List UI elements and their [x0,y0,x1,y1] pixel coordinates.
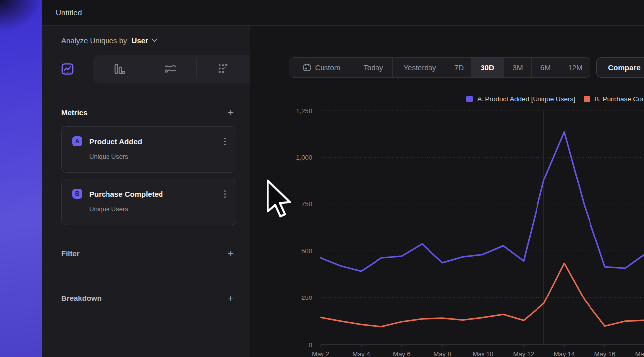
metric-measurement: Unique Users [89,153,227,160]
analyze-label: Analyze Uniques by [61,36,127,45]
kebab-menu-icon[interactable] [223,189,227,199]
metrics-title: Metrics [61,108,88,117]
y-tick-label: 750 [301,200,312,208]
breakdown-section-header: Breakdown + [61,293,236,303]
filter-title: Filter [61,249,80,258]
x-tick-label: May 10 [473,350,494,357]
tab-grid-dots[interactable] [196,55,250,83]
metric-letter-badge: B [72,189,82,199]
tab-bar-chart[interactable] [93,55,145,83]
x-tick-label: May 16 [594,350,616,357]
range-label: 30D [481,63,494,72]
y-tick-label: 1,000 [296,154,312,161]
range-label: Today [363,63,383,72]
analyze-row: Analyze Uniques by User [42,26,250,55]
x-tick-label: May 18 [635,350,644,357]
line-chart-icon [61,62,74,76]
kebab-menu-icon[interactable] [223,137,227,146]
metric-card-b[interactable]: B Purchase Completed Unique Users [61,179,236,225]
compare-button[interactable]: Compare [596,57,644,78]
chart-type-tabs [42,55,250,83]
report-title[interactable]: Untitled [56,0,82,26]
legend-item-b[interactable]: B. Purchase Completed [Unique Users] [584,95,644,103]
metric-card-header: A Product Added [72,136,227,146]
legend-item-a[interactable]: A. Product Added [Unique Users] [466,95,575,103]
chart-legend: A. Product Added [Unique Users] B. Purch… [466,95,644,103]
x-tick-label: May 4 [352,350,370,357]
grid-dots-icon [216,62,230,76]
y-tick-label: 1,250 [296,107,312,115]
metric-measurement: Unique Users [89,205,227,213]
range-6m[interactable]: 6M [532,58,560,77]
x-tick-label: May 6 [393,350,410,357]
legend-label: B. Purchase Completed [Unique Users] [594,95,644,103]
series-line-b[interactable] [321,263,644,327]
metric-card-header: B Purchase Completed [72,189,227,199]
legend-swatch [466,96,473,102]
tab-divider [196,60,197,78]
app-window: Untitled Analyze Uniques by User [42,0,644,357]
range-label: Custom [315,63,341,72]
range-label: 12M [568,63,582,72]
sidebar-body: Metrics + A Product Added Unique Users B… [42,107,250,303]
legend-swatch [584,96,590,102]
app-header: Untitled [42,0,644,26]
analyze-by-dropdown[interactable]: User [132,36,157,45]
tab-line-chart[interactable] [42,55,93,83]
y-tick-label: 250 [301,294,312,301]
x-tick-label: May 12 [513,350,535,357]
range-label: 3M [513,63,523,72]
legend-label: A. Product Added [Unique Users] [477,95,575,103]
metric-name: Purchase Completed [89,190,223,198]
range-30d[interactable]: 30D [471,58,504,77]
add-filter-button[interactable]: + [225,248,236,259]
x-tick-label: May 14 [554,350,575,357]
tab-flow[interactable] [145,55,196,83]
metric-card-a[interactable]: A Product Added Unique Users [61,126,236,173]
calendar-icon [303,63,311,72]
breakdown-title: Breakdown [61,294,102,302]
filter-section-header: Filter + [61,248,236,259]
range-today[interactable]: Today [354,58,393,77]
metric-letter-badge: A [72,136,82,146]
metric-name: Product Added [89,137,223,146]
range-3m[interactable]: 3M [504,58,532,77]
range-label: Yesterday [403,63,436,72]
series-line-a[interactable] [321,132,644,271]
metrics-section-header: Metrics + [61,107,236,118]
range-label: 6M [540,63,551,72]
x-tick-label: May 2 [312,350,329,357]
y-tick-label: 0 [309,341,312,349]
add-metric-button[interactable]: + [225,107,236,118]
tab-divider [145,60,145,78]
add-breakdown-button[interactable]: + [225,293,236,303]
date-range-selector: CustomTodayYesterday7D30D3M6M12M [289,57,590,78]
y-tick-label: 500 [301,247,312,255]
sidebar: Analyze Uniques by User Metrics + [42,26,250,357]
bar-chart-icon [112,62,126,76]
range-custom[interactable]: Custom [289,58,354,77]
analyze-by-value: User [132,36,148,45]
x-tick-label: May 8 [433,350,451,357]
wallpaper-strip [0,0,42,357]
chart-panel: 02505007501,0001,250May 2May 4May 6May 8… [250,26,644,357]
range-yesterday[interactable]: Yesterday [393,58,447,77]
range-12m[interactable]: 12M [560,58,590,77]
range-label: 7D [454,63,464,72]
flow-icon [164,62,177,76]
range-7d[interactable]: 7D [447,58,471,77]
chevron-down-icon [152,39,157,42]
